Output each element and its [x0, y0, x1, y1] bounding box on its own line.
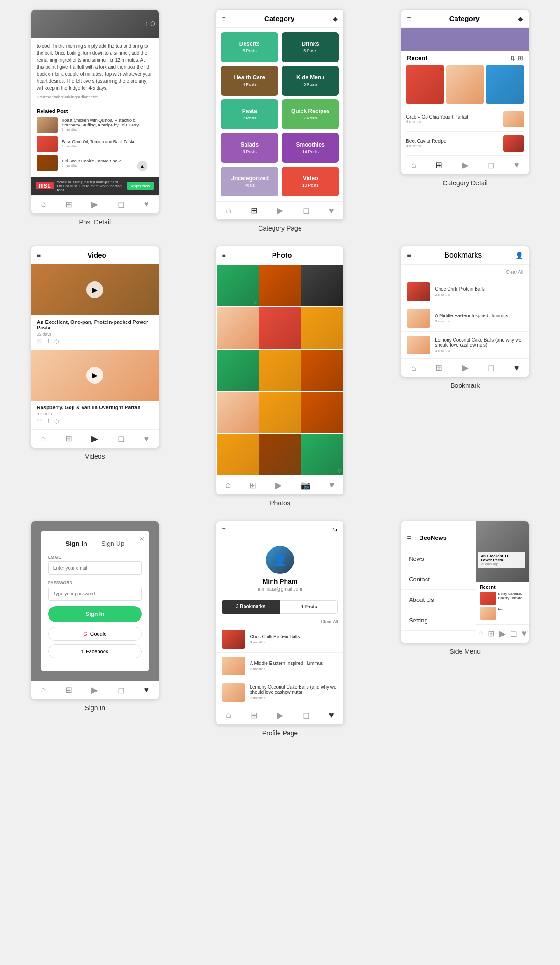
nav-heart[interactable]: ♥ [514, 363, 519, 373]
scroll-up-button[interactable]: ▲ [137, 161, 147, 171]
play-button-1[interactable]: ▶ [86, 281, 103, 298]
nav-home[interactable]: ⌂ [226, 480, 231, 490]
nav-heart[interactable]: ♥ [329, 480, 335, 490]
profile-item-1[interactable]: Choc Chilli Protein Balls 3 months [216, 626, 343, 653]
nav-grid[interactable]: ⊞ [251, 710, 258, 720]
nav-heart[interactable]: ♥ [144, 685, 149, 695]
filter-icon[interactable]: ⇅ [510, 55, 515, 62]
nav-grid[interactable]: ⊞ [65, 434, 72, 444]
sidemenu-recent-item-1[interactable]: Spicy Sardine, Cherry Tomato [480, 592, 525, 605]
photo-cell[interactable] [301, 350, 343, 391]
nav-video[interactable]: ▶ [91, 199, 98, 210]
nav-home[interactable]: ⌂ [226, 206, 231, 216]
tab-bookmarks[interactable]: 3 Bookmarks [222, 600, 280, 614]
cat-btn-deserts[interactable]: Deserts5 Posts [221, 32, 278, 62]
email-input[interactable] [48, 561, 142, 575]
cat-btn-uncategorized[interactable]: UncategorizedPosts [221, 167, 278, 196]
nav-video[interactable]: ▶ [277, 205, 283, 216]
share-icon[interactable]: ⤴ [47, 338, 49, 345]
nav-heart[interactable]: ♥ [514, 160, 519, 170]
video-thumb-2[interactable]: ▶ [31, 350, 159, 401]
cat-btn-kidsmenu[interactable]: Kids Menu5 Posts [282, 66, 339, 96]
sidemenu-setting[interactable]: Setting [401, 610, 476, 631]
nav-video[interactable]: ▶ [277, 710, 283, 720]
nav-grid[interactable]: ⊞ [435, 160, 442, 170]
menu-icon[interactable]: ≡ [37, 252, 41, 259]
bookmark-icon[interactable]: ⬡ [54, 418, 59, 425]
nav-heart[interactable]: ♥ [522, 629, 527, 638]
recent-thumb-2[interactable] [446, 65, 484, 104]
nav-grid[interactable]: ⊞ [251, 205, 258, 216]
logout-icon[interactable]: ↪ [332, 526, 338, 533]
menu-icon[interactable]: ≡ [407, 252, 411, 259]
menu-icon[interactable]: ≡ [222, 526, 225, 533]
close-button[interactable]: ✕ [139, 535, 145, 543]
nav-home[interactable]: ⌂ [41, 685, 46, 695]
nav-home[interactable]: ⌂ [478, 629, 483, 638]
photo-cell[interactable] [301, 307, 343, 348]
nav-grid[interactable]: ⊞ [65, 685, 72, 695]
bookmark-item-1[interactable]: Choc Chilli Protein Balls 3 months [401, 279, 529, 305]
nav-grid[interactable]: ⊞ [249, 480, 256, 490]
grid-view-icon[interactable]: ⊞ [518, 55, 523, 62]
photo-cell[interactable]: ♡ [301, 434, 343, 475]
nav-camera[interactable]: 📷 [301, 480, 311, 490]
clear-all-link[interactable]: Clear All [321, 619, 338, 624]
nav-heart[interactable]: ♥ [329, 206, 334, 216]
recent-list-item-2[interactable]: Beet Caviar Recipe 4 months [406, 132, 524, 156]
tab-signin[interactable]: Sign In [65, 540, 87, 547]
nav-profile[interactable]: ◻ [303, 710, 310, 720]
photo-cell[interactable] [259, 307, 301, 348]
nav-profile[interactable]: ◻ [510, 629, 517, 639]
cat-btn-drinks[interactable]: Drinks5 Posts [282, 32, 339, 62]
nav-profile[interactable]: ◻ [118, 199, 125, 210]
menu-icon[interactable]: ≡ [222, 252, 225, 259]
menu-icon[interactable]: ≡ [407, 15, 411, 22]
recent-thumb-1[interactable]: ♥ [406, 65, 444, 104]
tab-signup[interactable]: Sign Up [101, 540, 125, 547]
cat-btn-quickrecipes[interactable]: Quick Recipes7 Posts [282, 99, 339, 129]
cat-btn-pasta[interactable]: Pasta7 Posts [221, 99, 278, 129]
share-icon[interactable]: ↑ [145, 21, 147, 27]
photo-cell[interactable]: ♡ [217, 265, 258, 306]
like-icon[interactable]: ♡ [37, 418, 42, 425]
nav-video[interactable]: ▶ [462, 160, 469, 170]
video-thumb-1[interactable]: ▶ [31, 264, 159, 315]
bookmark-item-3[interactable]: Lemony Coconut Cake Balls (and why we sh… [401, 332, 529, 358]
photo-cell[interactable] [217, 434, 258, 475]
cat-btn-smoothies[interactable]: Smoothies14 Posts [282, 133, 339, 163]
nav-home[interactable]: ⌂ [41, 199, 46, 209]
nav-grid[interactable]: ⊞ [65, 199, 72, 210]
bookmark-item-2[interactable]: A Middle Eastern Inspired Hummus 3 month… [401, 305, 529, 332]
nav-grid[interactable]: ⊞ [488, 629, 495, 639]
clear-all-button[interactable]: Clear All [506, 270, 523, 275]
ad-apply-button[interactable]: Apply Now [127, 182, 154, 190]
nav-video[interactable]: ▶ [91, 685, 98, 695]
photo-cell[interactable] [301, 392, 343, 433]
back-icon[interactable]: ← [136, 21, 142, 27]
share-icon[interactable]: ⤴ [47, 418, 49, 425]
photo-cell[interactable] [259, 265, 301, 306]
nav-video[interactable]: ▶ [91, 434, 98, 444]
nav-home[interactable]: ⌂ [411, 160, 416, 170]
signin-button[interactable]: Sign In [48, 606, 142, 622]
nav-heart[interactable]: ♥ [329, 710, 334, 720]
nav-profile[interactable]: ◻ [303, 205, 310, 216]
sidemenu-recent-item-2[interactable]: L... [480, 607, 525, 620]
cat-btn-healthcare[interactable]: Health Care4 Posts [221, 66, 278, 96]
photo-cell[interactable] [217, 392, 258, 433]
cat-btn-salads[interactable]: Salads9 Posts [221, 133, 278, 163]
nav-home[interactable]: ⌂ [41, 434, 46, 444]
sidemenu-contact[interactable]: Contact [401, 569, 476, 590]
cat-btn-video[interactable]: Video10 Posts [282, 167, 339, 196]
nav-heart[interactable]: ♥ [144, 199, 149, 209]
play-button-2[interactable]: ▶ [86, 367, 103, 384]
google-signin-button[interactable]: G Google [48, 627, 142, 641]
settings-icon[interactable]: ◆ [518, 15, 523, 22]
nav-profile[interactable]: ◻ [118, 685, 125, 695]
password-input[interactable] [48, 587, 142, 601]
profile-item-2[interactable]: A Middle Eastern Inspired Hummus 3 month… [216, 653, 343, 679]
sidemenu-news[interactable]: News [401, 549, 476, 569]
like-icon[interactable]: ♡ [37, 338, 42, 345]
nav-profile[interactable]: ◻ [488, 363, 495, 373]
